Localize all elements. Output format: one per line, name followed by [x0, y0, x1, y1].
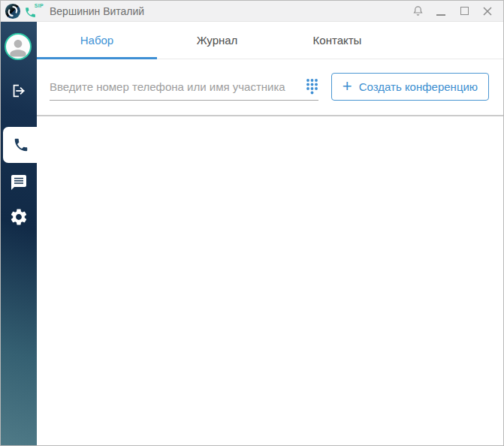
- app-window: SIP Вершинин Виталий: [0, 0, 504, 446]
- bell-icon[interactable]: [409, 3, 426, 20]
- window-title: Вершинин Виталий: [50, 5, 144, 17]
- dialpad-icon[interactable]: [306, 78, 318, 95]
- tab-contacts[interactable]: Контакты: [277, 22, 397, 59]
- sidebar-item-settings[interactable]: [1, 202, 37, 232]
- tab-dial[interactable]: Набор: [37, 22, 157, 59]
- dial-content-empty: [37, 116, 503, 445]
- user-avatar[interactable]: [5, 33, 32, 60]
- sidebar-item-chats[interactable]: [1, 167, 37, 197]
- tabbar: Набор Журнал Контакты: [37, 22, 503, 59]
- minimize-icon[interactable]: [433, 3, 449, 20]
- logout-icon[interactable]: [1, 76, 37, 106]
- close-icon[interactable]: [479, 3, 496, 20]
- sidebar: [1, 22, 37, 445]
- tab-journal[interactable]: Журнал: [157, 22, 277, 59]
- sidebar-item-dialer[interactable]: [3, 127, 38, 163]
- maximize-icon[interactable]: [456, 3, 472, 20]
- app-logo-icon: [5, 3, 21, 20]
- search-input[interactable]: [50, 80, 303, 93]
- titlebar: SIP Вершинин Виталий: [1, 1, 503, 22]
- create-conference-label: Создать конференцию: [359, 80, 478, 93]
- phone-icon: [13, 137, 29, 153]
- create-conference-button[interactable]: + Создать конференцию: [331, 73, 489, 101]
- sip-badge: SIP: [35, 3, 44, 8]
- search-field: [50, 73, 318, 101]
- main-panel: Набор Журнал Контакты + Создать конфер: [37, 22, 503, 445]
- toolbar: + Создать конференцию: [37, 59, 503, 115]
- gear-icon: [9, 207, 29, 227]
- sip-phone-icon: SIP: [24, 3, 44, 20]
- window-controls: [409, 3, 496, 20]
- chat-icon: [10, 173, 28, 191]
- plus-icon: +: [343, 78, 352, 95]
